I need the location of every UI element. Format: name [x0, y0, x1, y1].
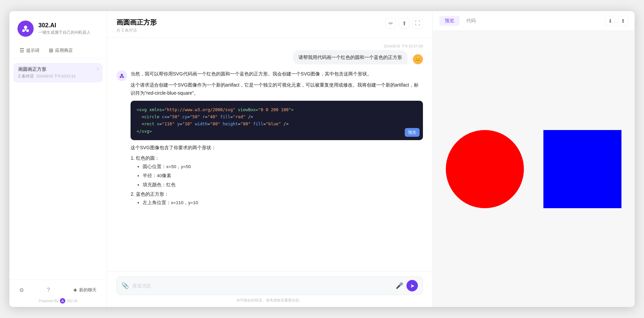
chat-header: 画圆画正方形 共 2 条对话 ✏ ⬆ ⛶ [107, 11, 432, 38]
ai-after-code: 这个SVG图像包含了你要求的两个形状： [131, 144, 423, 152]
nav-store-label: 应用商店 [55, 47, 73, 54]
sub-item-1-3: 填充颜色：红色 [143, 181, 423, 189]
attach-button[interactable]: 📎 [121, 282, 129, 289]
send-button[interactable]: ➤ [406, 280, 418, 291]
preview-header: 预览 代码 ⬇ ⬆ [433, 11, 635, 31]
preview-tabs: 预览 代码 [439, 16, 481, 26]
chat-disclaimer: AI可能会犯错误。请考虑核实重要信息。 [116, 298, 423, 303]
app-title: 302.AI [38, 22, 91, 29]
preview-panel: 预览 代码 ⬇ ⬆ [433, 11, 635, 307]
svg-point-4 [62, 300, 63, 301]
code-line-4: </svg> [137, 129, 152, 134]
svg-point-5 [62, 301, 63, 302]
prompt-icon: ☰ [20, 47, 24, 54]
powered-by-logo [60, 298, 65, 304]
powered-by-label: Powered By [39, 299, 59, 303]
sidebar: 302.AI 一键生成属于自己的AI机器人 ☰ 提示词 ⊞ 应用商店 画圆画正方… [9, 11, 107, 307]
chat-messages: 2024/9/19 下午10:57:00 请帮我用代码画一个红色的圆和一个蓝色的… [107, 38, 432, 271]
nav-prompt-btn[interactable]: ☰ 提示词 [15, 45, 44, 56]
svg-point-2 [26, 29, 29, 32]
powered-by: Powered By 302.AI [16, 298, 100, 304]
list-item-2: 蓝色的正方形： 左上角位置：x=110，y=10 [136, 190, 423, 207]
user-message-bubble: 请帮我用代码画一个红色的圆和一个蓝色的正方形 [293, 50, 407, 64]
list-item-1-sub: 圆心位置：x=50，y=50 半径：40像素 填充颜色：红色 [143, 163, 423, 189]
footer-icons-row: ⚙ ? ✚ 新的聊天 [16, 285, 100, 295]
share-chat-button[interactable]: ⬆ [399, 18, 409, 29]
nav-prompt-label: 提示词 [26, 47, 39, 54]
conversation-time: 2024/9/19 下午10:57:21 [36, 74, 76, 79]
powered-by-brand: 302.AI [67, 299, 77, 303]
list-item-2-sub: 左上角位置：x=110，y=10 [143, 199, 423, 207]
message-timestamp: 2024/9/19 下午10:57:00 [384, 44, 423, 49]
chat-header-left: 画圆画正方形 共 2 条对话 [116, 18, 157, 33]
preview-header-right: ⬇ ⬆ [605, 16, 628, 26]
svg-point-7 [121, 74, 123, 76]
svg-point-6 [63, 301, 64, 302]
user-message-inner: 2024/9/19 下午10:57:00 请帮我用代码画一个红色的圆和一个蓝色的… [293, 44, 423, 64]
tab-preview[interactable]: 预览 [439, 16, 460, 26]
list-item-1: 红色的圆： 圆心位置：x=50，y=50 半径：40像素 填充颜色：红色 [136, 154, 423, 189]
preview-download-button[interactable]: ⬇ [605, 16, 615, 26]
chat-header-actions: ✏ ⬆ ⛶ [385, 18, 423, 29]
ai-para-2: 这个请求适合创建一个SVG图像作为一个新的artifact，它是一个独立的可视化… [131, 81, 423, 97]
store-icon: ⊞ [49, 47, 53, 54]
ai-avatar [116, 70, 127, 81]
mic-button[interactable]: 🎤 [396, 282, 403, 289]
sub-item-1-1: 圆心位置：x=50，y=50 [143, 163, 423, 171]
new-chat-button[interactable]: ✚ 新的聊天 [70, 285, 100, 295]
conversation-count: 2 条对话 [18, 73, 34, 79]
user-avatar: 😊 [413, 54, 423, 64]
new-chat-label: 新的聊天 [79, 287, 97, 293]
send-icon: ➤ [410, 283, 415, 289]
preview-svg [436, 95, 631, 243]
sidebar-title-area: 302.AI 一键生成属于自己的AI机器人 [38, 22, 91, 35]
message-row-user: 2024/9/19 下午10:57:00 请帮我用代码画一个红色的圆和一个蓝色的… [116, 44, 423, 64]
tab-code[interactable]: 代码 [461, 16, 481, 26]
conversation-title: 画圆画正方形 [18, 66, 98, 72]
svg-rect [543, 130, 621, 208]
sub-item-2-1: 左上角位置：x=110，y=10 [143, 199, 423, 207]
sidebar-nav: ☰ 提示词 ⊞ 应用商店 [9, 42, 107, 59]
chat-input-area: 📎 🎤 ➤ AI可能会犯错误。请考虑核实重要信息。 [107, 271, 432, 307]
expand-chat-button[interactable]: ⛶ [412, 18, 423, 29]
code-block: <svg xmlns="http://www.w3.org/2000/svg" … [131, 101, 423, 140]
sidebar-header: 302.AI 一键生成属于自己的AI机器人 [9, 11, 107, 42]
svg-rect-10 [121, 76, 122, 77]
ai-message-content: 当然，我可以帮你用SVG代码画一个红色的圆和一个蓝色的正方形。我会创建一个SVG… [131, 70, 423, 209]
new-chat-icon: ✚ [73, 288, 77, 293]
help-icon[interactable]: ? [43, 285, 54, 295]
app-logo [17, 21, 34, 37]
svg-rect-3 [25, 29, 26, 31]
sidebar-footer: ⚙ ? ✚ 新的聊天 Powered By 302.AI [9, 280, 107, 307]
app-subtitle: 一键生成属于自己的AI机器人 [38, 30, 91, 35]
ai-after-code-text: 这个SVG图像包含了你要求的两个形状： [131, 144, 423, 152]
preview-share-button[interactable]: ⬆ [618, 16, 628, 26]
ai-text-body: 当然，我可以帮你用SVG代码画一个红色的圆和一个蓝色的正方形。我会创建一个SVG… [131, 70, 423, 97]
close-conversation-icon[interactable]: × [97, 66, 99, 72]
conversation-meta: 2 条对话 2024/9/19 下午10:57:21 [18, 73, 98, 79]
svg-point-0 [24, 26, 27, 29]
preview-svg-area [433, 31, 635, 307]
conversation-item[interactable]: 画圆画正方形 2 条对话 2024/9/19 下午10:57:21 × [13, 63, 103, 83]
ai-list: 红色的圆： 圆心位置：x=50，y=50 半径：40像素 填充颜色：红色 蓝色的… [136, 154, 423, 206]
code-preview-button[interactable]: 预览 [405, 128, 420, 137]
chat-title: 画圆画正方形 [116, 18, 157, 27]
nav-store-btn[interactable]: ⊞ 应用商店 [44, 45, 77, 56]
preview-content [433, 31, 635, 307]
svg-point-8 [120, 76, 121, 78]
edit-chat-button[interactable]: ✏ [385, 18, 396, 29]
sub-item-1-2: 半径：40像素 [143, 172, 423, 180]
conversations-list: 画圆画正方形 2 条对话 2024/9/19 下午10:57:21 × [9, 59, 107, 280]
svg-circle [446, 130, 524, 208]
code-line-3: <rect x="110" y="10" width="80" height="… [137, 121, 289, 126]
message-row-ai: 当然，我可以帮你用SVG代码画一个红色的圆和一个蓝色的正方形。我会创建一个SVG… [116, 70, 423, 209]
chat-subtitle: 共 2 条对话 [116, 28, 157, 33]
code-line-2: <circle cx="50" cy="50" r="40" fill="red… [137, 114, 253, 119]
settings-icon[interactable]: ⚙ [16, 285, 27, 295]
svg-point-1 [22, 29, 25, 32]
chat-input[interactable] [132, 283, 392, 288]
main-chat: 画圆画正方形 共 2 条对话 ✏ ⬆ ⛶ 2024/9/19 下午10:57:0… [107, 11, 433, 307]
ai-para-1: 当然，我可以帮你用SVG代码画一个红色的圆和一个蓝色的正方形。我会创建一个SVG… [131, 70, 423, 78]
chat-input-row: 📎 🎤 ➤ [116, 276, 423, 295]
code-line-1: <svg xmlns="http://www.w3.org/2000/svg" … [137, 107, 294, 112]
